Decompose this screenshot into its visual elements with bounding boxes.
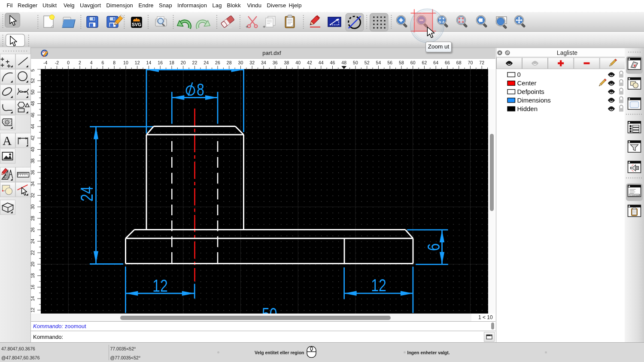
svg-text:Center: Center	[517, 79, 537, 87]
svg-text:12: 12	[371, 275, 386, 295]
svg-text:42: 42	[31, 136, 35, 141]
svg-text:A: A	[3, 134, 12, 148]
svg-text:24: 24	[77, 186, 97, 202]
svg-text:14: 14	[31, 296, 35, 301]
svg-text:20: 20	[31, 262, 35, 267]
svg-text:50: 50	[31, 90, 35, 95]
svg-text:48: 48	[31, 101, 35, 106]
svg-text:52: 52	[31, 78, 35, 83]
svg-text:SVG: SVG	[132, 22, 141, 27]
svg-text:54: 54	[31, 69, 35, 72]
svg-text:46: 46	[31, 112, 35, 118]
svg-text:Defpoints: Defpoints	[517, 88, 544, 95]
svg-text:Hidden: Hidden	[517, 105, 538, 112]
svg-text:40: 40	[31, 147, 35, 152]
svg-text:22: 22	[31, 250, 35, 255]
svg-text:6: 6	[424, 243, 444, 251]
svg-text:44: 44	[31, 124, 35, 129]
svg-text:50: 50	[262, 304, 277, 314]
svg-text:8: 8	[197, 80, 204, 100]
svg-text:30: 30	[31, 204, 35, 209]
svg-text:18: 18	[31, 273, 35, 278]
svg-text:c command: c command	[630, 194, 641, 196]
svg-text:26: 26	[31, 227, 35, 232]
svg-text:12: 12	[31, 308, 35, 313]
svg-text:32: 32	[31, 193, 35, 198]
svg-text:+: +	[263, 24, 265, 29]
svg-text:24: 24	[31, 239, 35, 244]
svg-text:12: 12	[152, 276, 168, 296]
svg-text:16: 16	[31, 285, 35, 290]
svg-text:38: 38	[31, 158, 35, 163]
svg-text:28: 28	[31, 216, 35, 221]
svg-text:36: 36	[31, 170, 35, 175]
svg-text:34: 34	[31, 181, 35, 187]
svg-text:Dimensions: Dimensions	[517, 96, 551, 103]
svg-text:+: +	[246, 24, 248, 29]
svg-text:0: 0	[517, 71, 521, 78]
